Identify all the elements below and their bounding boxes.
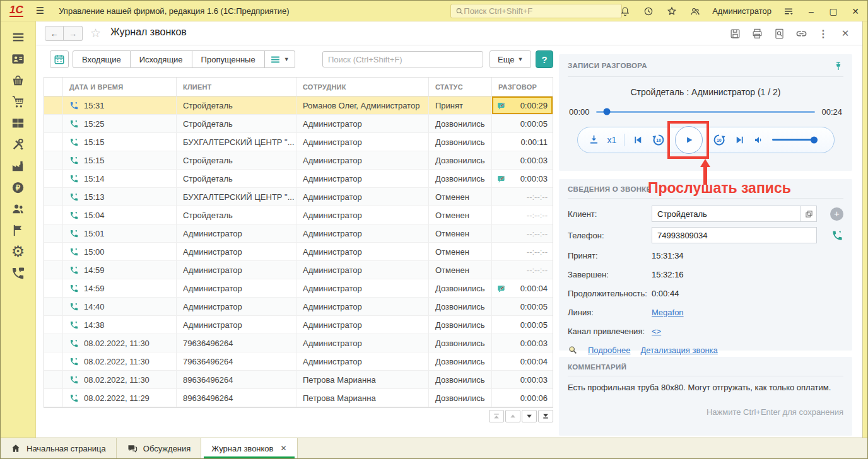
- cell-status[interactable]: Дозвонились: [429, 279, 492, 297]
- history-icon[interactable]: [642, 5, 655, 18]
- seek-slider[interactable]: [596, 111, 816, 113]
- cell-conversation[interactable]: 0:00:06: [492, 389, 553, 407]
- company-flag-icon[interactable]: [6, 219, 31, 241]
- table-row[interactable]: 15:01АдминистраторАдминистраторОтменен--…: [44, 224, 553, 243]
- header-conversation[interactable]: РАЗГОВОР: [492, 78, 553, 96]
- row-select-cell[interactable]: [44, 133, 63, 151]
- table-row[interactable]: 08.02.2022, 11:3089636496264Петрова Мари…: [44, 371, 553, 389]
- table-row[interactable]: 15:15БУХГАЛТЕРСКИЙ ЦЕНТР "...Администрат…: [44, 133, 553, 151]
- cell-status[interactable]: Отменен: [429, 206, 492, 224]
- cell-datetime[interactable]: 08.02.2022, 11:30: [63, 334, 177, 352]
- cell-conversation[interactable]: --:--:--: [492, 188, 553, 206]
- nav-back-button[interactable]: ←: [45, 26, 64, 41]
- line-link[interactable]: Megafon: [652, 308, 684, 317]
- volume-thumb[interactable]: [811, 136, 818, 143]
- cell-employee[interactable]: Администратор: [296, 115, 429, 132]
- save-icon[interactable]: [728, 26, 742, 40]
- cell-status[interactable]: Дозвонились: [429, 316, 492, 334]
- cell-client[interactable]: Стройдеталь: [177, 115, 296, 132]
- more-vert-icon[interactable]: ⋮: [816, 26, 830, 40]
- table-row[interactable]: 15:14СтройдетальАдминистраторДозвонились…: [44, 170, 553, 188]
- cell-client[interactable]: Стройдеталь: [177, 151, 296, 169]
- cell-client[interactable]: Стройдеталь: [177, 170, 296, 187]
- global-search-input[interactable]: [464, 6, 617, 16]
- table-search-input[interactable]: [328, 55, 478, 64]
- cell-status[interactable]: Дозвонились: [429, 371, 492, 388]
- settings-gear-icon[interactable]: ⚙: [6, 241, 31, 262]
- download-icon[interactable]: [588, 134, 600, 146]
- cell-conversation[interactable]: --:--:--: [492, 243, 553, 260]
- service-menu-icon[interactable]: [782, 5, 795, 18]
- cell-employee[interactable]: Администратор: [296, 261, 429, 279]
- cell-employee[interactable]: Администратор: [296, 298, 429, 315]
- cell-conversation[interactable]: 0:00:04: [492, 279, 553, 297]
- cell-client[interactable]: Администратор: [177, 261, 296, 279]
- cell-client[interactable]: 79636496264: [177, 334, 296, 352]
- cell-status[interactable]: Дозвонились: [429, 170, 492, 187]
- cell-client[interactable]: Администратор: [177, 243, 296, 260]
- cell-employee[interactable]: Администратор: [296, 151, 429, 169]
- table-row[interactable]: 15:04СтройдетальАдминистраторОтменен--:-…: [44, 206, 553, 224]
- row-select-cell[interactable]: [44, 115, 63, 132]
- row-select-cell[interactable]: [44, 334, 63, 352]
- cell-employee[interactable]: Администратор: [296, 316, 429, 334]
- favorite-star-icon[interactable]: ☆: [90, 26, 101, 40]
- client-input[interactable]: [652, 206, 801, 222]
- table-row[interactable]: 14:59АдминистраторАдминистраторОтменен--…: [44, 261, 553, 279]
- cell-employee[interactable]: Администратор: [296, 170, 429, 187]
- seek-thumb[interactable]: [603, 108, 610, 115]
- cell-status[interactable]: Дозвонились: [429, 389, 492, 407]
- header-client[interactable]: КЛИЕНТ: [177, 78, 296, 96]
- filter-outgoing-button[interactable]: Исходящие: [131, 50, 192, 68]
- cell-datetime[interactable]: 15:15: [63, 133, 177, 151]
- cell-datetime[interactable]: 15:31: [63, 96, 177, 114]
- skip-start-icon[interactable]: [632, 134, 643, 146]
- cell-status[interactable]: Дозвонились: [429, 151, 492, 169]
- telephony-phone-icon[interactable]: [6, 262, 31, 284]
- header-employee[interactable]: СОТРУДНИК: [296, 78, 429, 96]
- preview-icon[interactable]: [772, 26, 786, 40]
- table-row[interactable]: 08.02.2022, 11:3079636496264Администрато…: [44, 352, 553, 371]
- comment-input[interactable]: Есть профильная труба 80x80. Могут отгру…: [568, 383, 843, 392]
- cell-client[interactable]: 89636496264: [177, 371, 296, 388]
- cell-client[interactable]: БУХГАЛТЕРСКИЙ ЦЕНТР "...: [177, 133, 296, 151]
- cell-employee[interactable]: Романов Олег, Администратор: [296, 96, 429, 114]
- cell-employee[interactable]: Петрова Марианна: [296, 371, 429, 388]
- cell-conversation[interactable]: 0:00:11: [492, 133, 553, 151]
- row-select-cell[interactable]: [44, 243, 63, 260]
- money-ruble-icon[interactable]: ₽: [6, 177, 31, 198]
- call-phone-button[interactable]: [831, 230, 843, 241]
- scroll-to-top-button[interactable]: [489, 410, 504, 422]
- print-icon[interactable]: [750, 26, 764, 40]
- row-select-cell[interactable]: [44, 316, 63, 334]
- phone-input[interactable]: [652, 227, 817, 243]
- playback-speed-button[interactable]: x1: [607, 135, 617, 145]
- row-select-cell[interactable]: [44, 389, 63, 407]
- cell-employee[interactable]: Администратор: [296, 352, 429, 370]
- close-tab-icon[interactable]: ✕: [281, 444, 287, 453]
- cell-status[interactable]: Дозвонились: [429, 334, 492, 352]
- main-menu-icon[interactable]: [6, 26, 31, 48]
- table-row[interactable]: 14:38АдминистраторАдминистраторДозвонили…: [44, 316, 553, 334]
- call-detalization-link[interactable]: Детализация звонка: [640, 346, 717, 355]
- inventory-blocks-icon[interactable]: [6, 112, 31, 134]
- crm-card-icon[interactable]: [6, 48, 31, 69]
- header-status[interactable]: СТАТУС: [429, 78, 492, 96]
- cell-employee[interactable]: Администратор: [296, 334, 429, 352]
- cell-datetime[interactable]: 15:14: [63, 170, 177, 187]
- global-search[interactable]: [450, 4, 622, 18]
- help-button[interactable]: ?: [536, 50, 553, 68]
- main-menu-icon[interactable]: ☰: [36, 5, 45, 16]
- cell-datetime[interactable]: 15:00: [63, 243, 177, 260]
- cell-conversation[interactable]: 0:00:29: [492, 96, 553, 114]
- maximize-icon[interactable]: ▢: [828, 6, 839, 16]
- volume-icon[interactable]: [753, 134, 765, 146]
- cell-status[interactable]: Дозвонились: [429, 352, 492, 370]
- scroll-up-button[interactable]: [505, 410, 520, 422]
- cell-datetime[interactable]: 15:13: [63, 188, 177, 206]
- tab-call-journal[interactable]: Журнал звонков ✕: [201, 438, 297, 458]
- add-client-button[interactable]: +: [830, 207, 843, 221]
- cell-datetime[interactable]: 14:38: [63, 316, 177, 334]
- cell-status[interactable]: Отменен: [429, 243, 492, 260]
- cell-status[interactable]: Дозвонились: [429, 115, 492, 132]
